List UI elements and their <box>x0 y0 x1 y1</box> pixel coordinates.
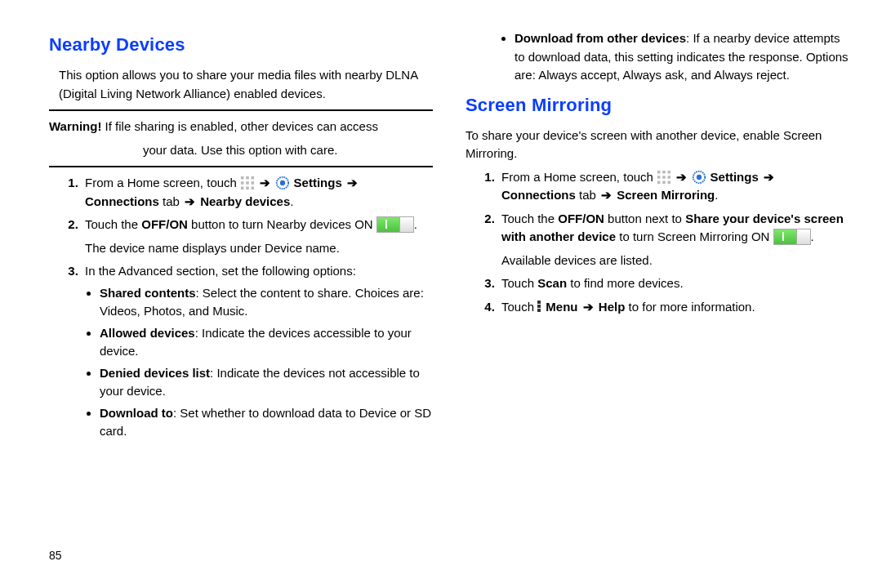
step-3: In the Advanced section, set the followi… <box>82 262 433 441</box>
left-column: Nearby Devices This option allows you to… <box>49 24 433 446</box>
svg-rect-4 <box>246 181 249 185</box>
step-2: Touch the OFF/ON button to turn Nearby d… <box>82 216 433 257</box>
svg-rect-8 <box>252 187 255 190</box>
bullet-label: Download from other devices <box>514 31 686 45</box>
step2-d: . <box>811 229 814 243</box>
bullet-denied-devices: Denied devices list: Indicate the device… <box>100 364 433 401</box>
svg-rect-17 <box>657 180 661 184</box>
arrow-icon: ➔ <box>676 170 687 184</box>
step-1-right: From a Home screen, touch ➔ Settings ➔ C… <box>498 168 849 205</box>
warning-label: Warning! <box>49 119 101 133</box>
step-2-right: Touch the OFF/ON button next to Share yo… <box>498 210 849 270</box>
step4-help: Help <box>595 300 626 314</box>
step2-a: Touch the <box>501 212 558 225</box>
svg-rect-0 <box>241 176 244 180</box>
divider-top <box>49 109 433 111</box>
step2-c: . <box>414 217 417 231</box>
step3-intro: In the Advanced section, set the followi… <box>85 264 356 278</box>
on-switch-icon <box>376 216 414 233</box>
step2-a: Touch the <box>85 217 141 231</box>
step-4-right: Touch Menu ➔ Help to for more informatio… <box>498 298 849 317</box>
step4-b: to for more information. <box>625 300 755 314</box>
step1-tab: tab <box>576 188 599 202</box>
heading-nearby-devices: Nearby Devices <box>49 31 433 58</box>
svg-rect-11 <box>657 170 661 173</box>
step3-scan: Scan <box>537 276 567 290</box>
step2-extra: Available devices are listed. <box>501 252 849 270</box>
step1-settings: Settings <box>706 170 762 184</box>
steps-list-left: From a Home screen, touch ➔ Settings ➔ C… <box>49 174 433 441</box>
heading-screen-mirroring: Screen Mirroring <box>466 91 849 118</box>
right-column: Download from other devices: If a nearby… <box>466 24 849 446</box>
steps-list-right: From a Home screen, touch ➔ Settings ➔ C… <box>466 168 849 317</box>
bullet-label: Allowed devices <box>100 326 195 340</box>
bullet-download-from-others: Download from other devices: If a nearby… <box>514 29 849 85</box>
svg-rect-19 <box>668 180 671 184</box>
bullet-label: Denied devices list <box>100 366 210 380</box>
step1-nearby: Nearby devices <box>197 194 290 208</box>
step-1: From a Home screen, touch ➔ Settings ➔ C… <box>82 174 433 211</box>
svg-rect-12 <box>662 170 666 173</box>
svg-rect-6 <box>241 187 244 190</box>
arrow-icon: ➔ <box>601 188 612 202</box>
svg-point-10 <box>280 180 285 185</box>
bullet-shared-contents: Shared contents: Select the content to s… <box>100 284 433 321</box>
step1-pre: From a Home screen, touch <box>85 176 240 189</box>
bullet-label: Shared contents <box>100 286 196 300</box>
arrow-icon: ➔ <box>583 300 594 314</box>
bullet-label: Download to <box>100 406 173 420</box>
step3-a: Touch <box>501 276 537 290</box>
menu-icon <box>537 300 542 314</box>
step2-b: button to turn Nearby devices ON <box>188 217 376 231</box>
gear-icon <box>275 176 290 190</box>
manual-page: Nearby Devices This option allows you to… <box>0 0 882 454</box>
apps-icon <box>657 170 671 185</box>
svg-rect-5 <box>252 181 255 185</box>
warning-text-1: If file sharing is enabled, other device… <box>101 119 378 133</box>
step1-connections: Connections <box>501 188 576 202</box>
continued-bullets: Download from other devices: If a nearby… <box>466 29 849 85</box>
options-bullets: Shared contents: Select the content to s… <box>85 284 433 441</box>
step1-pre: From a Home screen, touch <box>501 170 657 184</box>
step1-connections: Connections <box>85 194 159 208</box>
gear-icon <box>692 170 706 185</box>
svg-point-21 <box>697 174 702 179</box>
svg-rect-7 <box>246 187 249 190</box>
bullet-allowed-devices: Allowed devices: Indicate the devices ac… <box>100 324 433 361</box>
step2-offon: OFF/ON <box>141 217 188 231</box>
step4-a: Touch <box>501 300 537 314</box>
step-3-right: Touch Scan to find more devices. <box>498 274 849 293</box>
divider-bottom <box>49 166 433 167</box>
warning-line1: Warning! If file sharing is enabled, oth… <box>49 118 433 136</box>
svg-rect-18 <box>662 180 666 184</box>
svg-rect-15 <box>662 176 666 179</box>
step1-settings: Settings <box>290 176 345 189</box>
bullet-download-to: Download to: Set whether to download dat… <box>100 404 433 441</box>
intro-text-right: To share your device's screen with anoth… <box>466 127 849 163</box>
step2-c: to turn Screen Mirroring ON <box>616 229 773 243</box>
svg-rect-1 <box>246 176 249 180</box>
svg-rect-14 <box>657 176 661 179</box>
step2-extra: The device name displays under Device na… <box>85 239 433 258</box>
arrow-icon: ➔ <box>764 170 774 184</box>
svg-rect-16 <box>668 176 671 179</box>
intro-text: This option allows you to share your med… <box>59 66 433 103</box>
step3-b: to find more devices. <box>567 276 684 290</box>
step2-offon: OFF/ON <box>558 212 604 225</box>
page-number: 85 <box>49 549 62 562</box>
step1-sm: Screen Mirroring <box>613 188 715 202</box>
arrow-icon: ➔ <box>260 176 270 189</box>
svg-rect-2 <box>252 176 255 180</box>
step2-b: button next to <box>604 212 685 225</box>
apps-icon <box>240 176 255 190</box>
svg-rect-13 <box>668 170 671 173</box>
arrow-icon: ➔ <box>185 194 195 208</box>
on-switch-icon <box>773 229 811 245</box>
step4-menu: Menu <box>542 300 581 314</box>
warning-line2: your data. Use this option with care. <box>143 141 433 160</box>
step1-tab: tab <box>159 194 183 208</box>
arrow-icon: ➔ <box>347 176 358 189</box>
svg-rect-3 <box>241 181 244 185</box>
